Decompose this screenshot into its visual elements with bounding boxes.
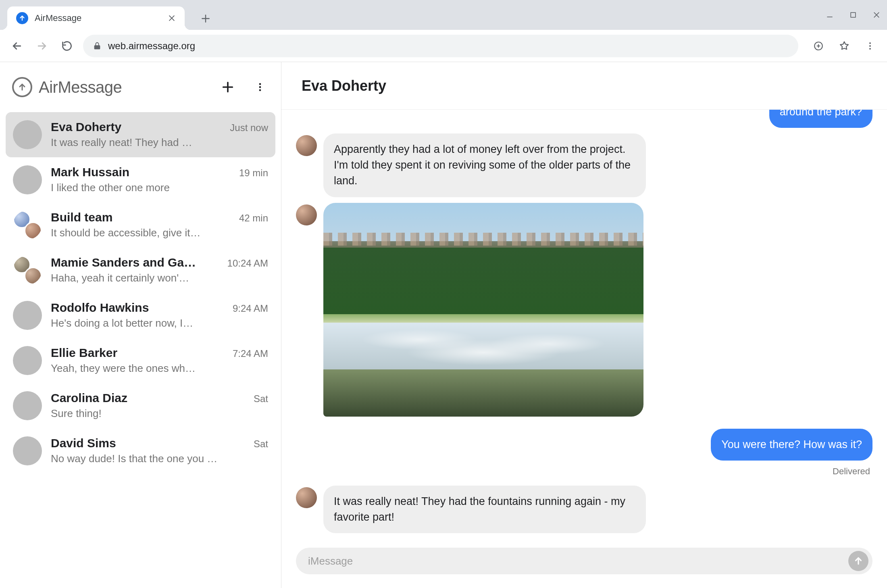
avatar	[13, 436, 42, 465]
message-row-incoming: It was really neat! They had the fountai…	[296, 486, 872, 533]
composer	[281, 540, 887, 588]
conversation-item[interactable]: Rodolfo Hawkins9:24 AMHe's doing a lot b…	[6, 293, 275, 338]
chat-header: Eva Doherty	[281, 62, 887, 110]
chat-pane: Eva Doherty around the park? Apparently …	[281, 62, 887, 588]
tab-favicon	[16, 12, 28, 24]
conversation-time: 19 min	[239, 167, 268, 179]
browser-tabstrip: AirMessage	[0, 0, 887, 30]
lock-icon	[93, 42, 102, 50]
conversation-item[interactable]: Mark Hussain19 minI liked the other one …	[6, 157, 275, 202]
avatar	[13, 211, 42, 240]
message-bubble: You were there? How was it?	[711, 429, 872, 461]
conversation-preview: He's doing a lot better now, I…	[51, 317, 268, 329]
window-controls	[826, 0, 881, 30]
window-close-icon[interactable]	[872, 11, 881, 19]
message-bubble: around the park?	[769, 110, 872, 128]
svg-point-7	[259, 89, 261, 91]
conversation-name: Carolina Diaz	[51, 391, 127, 405]
window-minimize-icon[interactable]	[826, 11, 834, 19]
brand-logo-icon	[12, 77, 32, 97]
conversation-body: Rodolfo Hawkins9:24 AMHe's doing a lot b…	[51, 301, 268, 329]
conversation-name: Eva Doherty	[51, 120, 121, 134]
delivery-status: Delivered	[296, 466, 872, 477]
compose-button[interactable]	[219, 78, 237, 96]
conversation-time: 42 min	[239, 213, 268, 224]
nav-forward-button[interactable]	[33, 37, 51, 55]
message-image[interactable]	[323, 203, 643, 417]
conversation-preview: No way dude! Is that the one you …	[51, 452, 268, 465]
conversation-preview: It should be accessible, give it…	[51, 227, 268, 239]
conversation-time: 10:24 AM	[227, 258, 268, 269]
tab-title: AirMessage	[35, 13, 81, 23]
avatar	[296, 135, 317, 156]
conversation-item[interactable]: Carolina DiazSatSure thing!	[6, 383, 275, 428]
conversation-preview: Sure thing!	[51, 407, 268, 420]
nav-back-button[interactable]	[8, 37, 26, 55]
brand-name: AirMessage	[39, 78, 122, 96]
conversation-list: Eva DohertyJust nowIt was really neat! T…	[0, 112, 281, 588]
chat-title: Eva Doherty	[302, 77, 386, 94]
conversation-name: Mamie Sanders and Ga…	[51, 256, 196, 269]
browser-menu-icon[interactable]	[861, 37, 879, 55]
conversation-time: Just now	[230, 122, 268, 133]
conversation-body: Ellie Barker7:24 AMYeah, they were the o…	[51, 346, 268, 375]
svg-rect-0	[851, 13, 856, 17]
conversation-body: Build team42 minIt should be accessible,…	[51, 211, 268, 239]
message-row-incoming: Apparently they had a lot of money left …	[296, 133, 872, 197]
browser-tab[interactable]: AirMessage	[7, 6, 185, 30]
message-text: It was really neat! They had the fountai…	[334, 495, 625, 523]
conversation-item[interactable]: David SimsSatNo way dude! Is that the on…	[6, 428, 275, 473]
conversation-name: Ellie Barker	[51, 346, 117, 360]
svg-point-3	[869, 45, 871, 47]
conversation-item[interactable]: Build team42 minIt should be accessible,…	[6, 202, 275, 248]
svg-point-4	[869, 48, 871, 50]
conversation-item[interactable]: Eva DohertyJust nowIt was really neat! T…	[6, 112, 275, 157]
avatar	[13, 301, 42, 330]
app-brand: AirMessage	[12, 77, 122, 97]
svg-point-5	[259, 83, 261, 85]
conversation-name: Build team	[51, 211, 112, 224]
conversation-body: Mark Hussain19 minI liked the other one …	[51, 165, 268, 194]
conversation-preview: It was really neat! They had …	[51, 136, 268, 149]
conversation-item[interactable]: Ellie Barker7:24 AMYeah, they were the o…	[6, 338, 275, 383]
message-row-incoming	[296, 203, 872, 417]
address-bar[interactable]: web.airmessage.org	[83, 35, 798, 57]
message-input[interactable]	[307, 555, 848, 568]
park-photo	[323, 203, 643, 417]
message-text: You were there? How was it?	[721, 438, 862, 450]
conversation-sidebar: AirMessage Eva DohertyJust nowIt was rea…	[0, 62, 281, 588]
conversation-body: Eva DohertyJust nowIt was really neat! T…	[51, 120, 268, 149]
conversation-preview: I liked the other one more	[51, 181, 268, 194]
tab-close-icon[interactable]	[168, 14, 176, 22]
message-bubble: Apparently they had a lot of money left …	[323, 133, 646, 197]
avatar	[296, 204, 317, 225]
message-row-outgoing: around the park?	[296, 110, 872, 128]
svg-point-2	[869, 42, 871, 44]
conversation-name: Rodolfo Hawkins	[51, 301, 149, 315]
conversation-time: 7:24 AM	[233, 348, 268, 359]
conversation-body: David SimsSatNo way dude! Is that the on…	[51, 436, 268, 465]
avatar	[13, 120, 42, 149]
bookmark-star-icon[interactable]	[835, 37, 853, 55]
svg-point-6	[259, 86, 261, 88]
avatar	[13, 165, 42, 194]
browser-toolbar: web.airmessage.org	[0, 30, 887, 62]
add-to-button[interactable]	[810, 37, 827, 55]
window-maximize-icon[interactable]	[849, 11, 857, 19]
message-bubble: It was really neat! They had the fountai…	[323, 486, 646, 533]
conversation-time: Sat	[254, 438, 268, 450]
nav-reload-button[interactable]	[58, 37, 76, 55]
conversation-name: David Sims	[51, 436, 116, 450]
message-text: around the park?	[780, 110, 862, 118]
address-bar-url: web.airmessage.org	[108, 40, 195, 52]
sidebar-menu-icon[interactable]	[251, 78, 269, 96]
conversation-body: Mamie Sanders and Ga…10:24 AMHaha, yeah …	[51, 256, 268, 284]
sidebar-header: AirMessage	[0, 62, 281, 112]
conversation-time: Sat	[254, 393, 268, 405]
message-list[interactable]: around the park? Apparently they had a l…	[281, 110, 887, 540]
message-row-outgoing: You were there? How was it?	[296, 429, 872, 461]
new-tab-button[interactable]	[196, 9, 215, 28]
conversation-item[interactable]: Mamie Sanders and Ga…10:24 AMHaha, yeah …	[6, 248, 275, 293]
avatar	[296, 487, 317, 508]
send-button[interactable]	[848, 551, 868, 571]
